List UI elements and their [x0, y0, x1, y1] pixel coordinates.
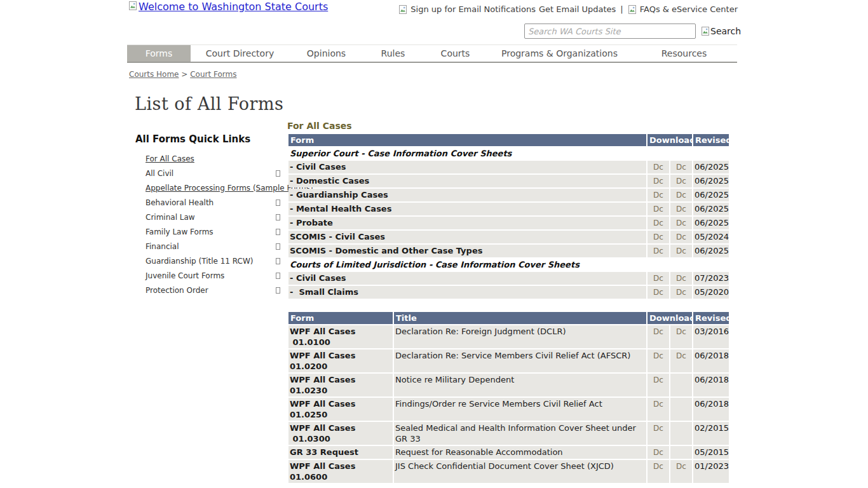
- sidebar-item-family-law-forms[interactable]: Family Law Forms: [135, 224, 291, 239]
- revised-cell: 06/2018: [693, 374, 729, 396]
- sidebar-item-all-civil[interactable]: All Civil: [135, 166, 291, 180]
- sidebar-quick-links: All Forms Quick Links For All CasesAll C…: [135, 133, 291, 297]
- download-doc-link[interactable]: Dc: [653, 191, 663, 200]
- download-doc-link[interactable]: Dc: [676, 327, 686, 336]
- table-row: - Guardianship CasesDcDc06/2025: [288, 189, 729, 201]
- download-doc-link[interactable]: Dc: [653, 400, 663, 409]
- revised-cell: 06/2025: [693, 161, 729, 173]
- column-header-form: Form: [288, 312, 393, 324]
- broken-image-icon: [701, 27, 710, 36]
- download-cell: Dc: [670, 460, 692, 483]
- form-number-cell: WPF All Cases 01.0600: [288, 460, 393, 483]
- download-doc-link[interactable]: Dc: [653, 288, 663, 297]
- table-row: - Small ClaimsDcDc05/2020: [288, 286, 729, 299]
- breadcrumb-courts-home[interactable]: Courts Home: [129, 70, 179, 79]
- download-doc-link[interactable]: Dc: [676, 177, 686, 186]
- download-cell: Dc: [670, 349, 692, 372]
- download-doc-link[interactable]: Dc: [676, 351, 686, 360]
- nav-item-resources[interactable]: Resources: [631, 45, 737, 62]
- download-doc-link[interactable]: Dc: [676, 288, 686, 297]
- breadcrumb-court-forms[interactable]: Court Forms: [190, 70, 236, 79]
- sidebar-item-appellate-processing-forms-sample-forms[interactable]: Appellate Processing Forms (Sample Forms…: [135, 180, 291, 195]
- download-doc-link[interactable]: Dc: [676, 191, 686, 200]
- nav-item-courts[interactable]: Courts: [423, 45, 488, 62]
- download-doc-link[interactable]: Dc: [653, 462, 663, 471]
- nav-item-opinions[interactable]: Opinions: [289, 45, 363, 62]
- sidebar-item-for-all-cases[interactable]: For All Cases: [135, 151, 291, 166]
- section-label: Superior Court - Case Information Cover …: [288, 147, 729, 159]
- column-header-title: Title: [394, 312, 646, 324]
- form-name-cell: - Domestic Cases: [288, 175, 646, 187]
- download-cell: Dc: [670, 286, 692, 299]
- revised-cell: 03/2016: [693, 325, 729, 348]
- revised-cell: 06/2018: [693, 398, 729, 421]
- download-cell: Dc: [648, 203, 669, 215]
- download-cell: Dc: [670, 189, 692, 201]
- download-doc-link[interactable]: Dc: [676, 233, 686, 241]
- sidebar-item-financial[interactable]: Financial: [135, 239, 291, 254]
- search-button-label: Search: [710, 26, 741, 36]
- sidebar-item-label: Criminal Law: [146, 213, 195, 222]
- download-doc-link[interactable]: Dc: [653, 219, 663, 227]
- form-name-cell: SCOMIS - Civil Cases: [288, 231, 646, 243]
- download-doc-link[interactable]: Dc: [676, 219, 686, 227]
- download-cell: Dc: [670, 175, 692, 187]
- download-doc-link[interactable]: Dc: [653, 327, 663, 336]
- download-doc-link[interactable]: Dc: [653, 177, 663, 186]
- download-doc-link[interactable]: Dc: [653, 351, 663, 360]
- download-cell: Dc: [670, 272, 692, 285]
- search-button[interactable]: Search: [701, 26, 741, 36]
- nav-item-court-directory[interactable]: Court Directory: [191, 45, 289, 62]
- download-cell: Dc: [648, 325, 669, 348]
- sidebar-item-guardianship-title-11-rcw[interactable]: Guardianship (Title 11 RCW): [135, 254, 291, 268]
- site-logo-text: Welcome to Washington State Courts: [139, 1, 328, 12]
- form-title-cell: Sealed Medical and Health Information Co…: [394, 422, 646, 445]
- site-logo-link[interactable]: Welcome to Washington State Courts: [128, 1, 328, 12]
- nav-item-programs-organizations[interactable]: Programs & Organizations: [488, 45, 631, 62]
- sidebar-item-protection-order[interactable]: Protection Order: [135, 283, 291, 297]
- download-doc-link[interactable]: Dc: [653, 247, 663, 255]
- sidebar-item-label: Juvenile Court Forms: [146, 271, 224, 280]
- main-nav: FormsCourt DirectoryOpinionsRulesCourtsP…: [127, 44, 737, 63]
- sidebar-item-behavioral-health[interactable]: Behavioral Health: [135, 195, 291, 210]
- download-doc-link[interactable]: Dc: [676, 163, 686, 172]
- form-name-cell: - Probate: [288, 217, 646, 229]
- download-doc-link[interactable]: Dc: [653, 448, 663, 457]
- download-doc-link[interactable]: Dc: [653, 274, 663, 283]
- table-row: WPF All Cases 01.0250Findings/Order re S…: [288, 398, 729, 421]
- sidebar-item-juvenile-court-forms[interactable]: Juvenile Court Forms: [135, 268, 291, 283]
- email-signup-link[interactable]: Sign up for Email Notifications: [410, 4, 536, 14]
- nav-item-forms[interactable]: Forms: [127, 45, 191, 62]
- expand-glyph-icon: [276, 229, 280, 235]
- download-doc-link[interactable]: Dc: [676, 247, 686, 255]
- sidebar-item-criminal-law[interactable]: Criminal Law: [135, 210, 291, 224]
- column-header-download: Download: [648, 312, 692, 324]
- table-row: WPF All Cases 01.0600JIS Check Confident…: [288, 460, 729, 483]
- download-doc-link[interactable]: Dc: [676, 462, 686, 471]
- nav-item-rules[interactable]: Rules: [363, 45, 423, 62]
- sidebar-item-label: Financial: [146, 242, 179, 251]
- search-input[interactable]: [524, 24, 696, 39]
- revised-cell: 02/2015: [693, 422, 729, 445]
- column-header-download: Download: [648, 134, 692, 146]
- broken-image-icon: [628, 5, 637, 14]
- form-name-cell: - Guardianship Cases: [288, 189, 646, 201]
- table-row: WPF All Cases 01.0200Declaration Re: Ser…: [288, 349, 729, 372]
- download-doc-link[interactable]: Dc: [653, 424, 663, 433]
- download-doc-link[interactable]: Dc: [676, 274, 686, 283]
- email-updates-link[interactable]: Get Email Updates: [539, 4, 616, 14]
- table-row: GR 33 RequestRequest for Reasonable Acco…: [288, 446, 729, 459]
- download-cell: Dc: [648, 460, 669, 483]
- revised-cell: 05/2015: [693, 446, 729, 459]
- revised-cell: 05/2024: [693, 231, 729, 243]
- column-header-revised: Revised: [693, 134, 729, 146]
- download-doc-link[interactable]: Dc: [676, 205, 686, 214]
- download-doc-link[interactable]: Dc: [653, 205, 663, 214]
- download-doc-link[interactable]: Dc: [653, 376, 663, 384]
- form-name-cell: SCOMIS - Domestic and Other Case Types: [288, 245, 646, 257]
- form-number-cell: WPF All Cases 01.0100: [288, 325, 393, 348]
- download-cell: Dc: [648, 272, 669, 285]
- download-doc-link[interactable]: Dc: [653, 233, 663, 241]
- faq-eservice-link[interactable]: FAQs & eService Center: [640, 4, 738, 14]
- download-doc-link[interactable]: Dc: [653, 163, 663, 172]
